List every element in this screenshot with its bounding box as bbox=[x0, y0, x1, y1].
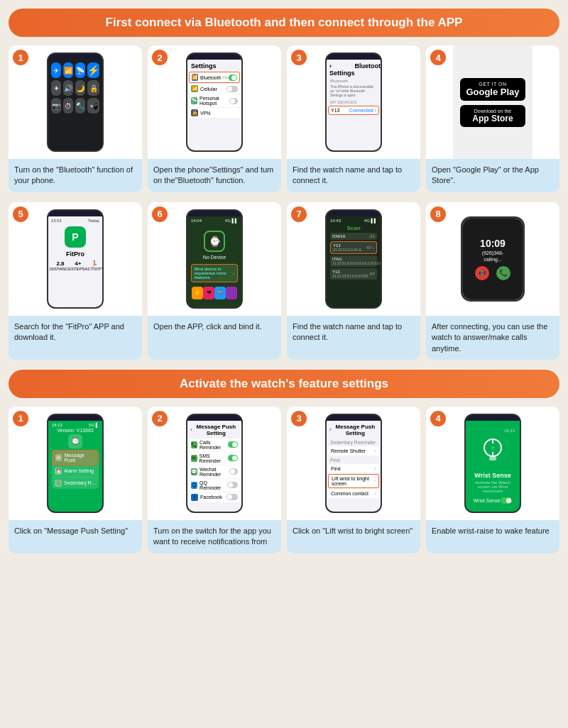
accept-call-button[interactable]: 📞 bbox=[496, 266, 510, 280]
bind-banner[interactable]: Bind device to experience more features … bbox=[191, 264, 238, 282]
sedentary-icon: 🪑 bbox=[55, 480, 62, 487]
step-1-phone: ✈ 📶 📡 ⚡ ☀ 🔊 🌙 🔒 📷 ⏱ 🔦 📲 bbox=[47, 53, 104, 152]
scan-devices-screen: 14:43 4G ▌▌ Scan IDW16 -21 Y13 21:23:51:… bbox=[327, 216, 381, 307]
brightness-icon: ☀ bbox=[51, 80, 61, 96]
sms-toggle[interactable] bbox=[228, 455, 238, 461]
step-6-image: 6 14:04 4G ▌▌ ⌚ No Device Bin bbox=[148, 202, 281, 316]
step-4-image: 4 GET IT ON Google Play Download on the … bbox=[426, 45, 559, 159]
wechat-label: Wechat Reminder bbox=[200, 467, 229, 477]
wrist-sense-toggle[interactable] bbox=[501, 497, 512, 504]
wrist-time: 18:23 bbox=[469, 428, 517, 434]
qq-row: Q QQ Reminder bbox=[189, 479, 240, 492]
svg-rect-1 bbox=[489, 456, 496, 460]
msg-push-row[interactable]: ✉ Message Push bbox=[52, 450, 99, 465]
google-play-button[interactable]: GET IT ON Google Play bbox=[460, 78, 525, 101]
bt-pairing-screen: ‹ Settings Bluetooth Bluetooth This iPho… bbox=[327, 60, 381, 150]
bluetooth-icon: ⚡ bbox=[87, 62, 99, 78]
bt-icon: 📶 bbox=[192, 74, 198, 81]
step-8-desc: After connecting, you can use the watch … bbox=[426, 316, 559, 360]
step-3-phone: ‹ Settings Bluetooth Bluetooth This iPho… bbox=[325, 53, 382, 152]
wechat-toggle[interactable] bbox=[229, 468, 238, 475]
step-8-number: 8 bbox=[430, 206, 446, 222]
bt-notice: Bluetooth bbox=[328, 78, 379, 84]
phone-notch-6 bbox=[204, 211, 225, 216]
cellular-icon: 📡 bbox=[75, 62, 85, 78]
msg-push-icon: ✉ bbox=[55, 454, 62, 461]
scan-title: Scan bbox=[328, 225, 379, 231]
act-signal: 5G ▌ bbox=[89, 423, 99, 427]
section1-header: First connect via Bluetooth and then con… bbox=[9, 9, 559, 37]
common-contact-chevron: › bbox=[374, 490, 376, 497]
wifi-icon: 📶 bbox=[63, 62, 73, 78]
act-app-icon: ⌚ bbox=[68, 434, 82, 448]
phone-notch bbox=[65, 54, 86, 60]
wechat-row: 💬 Wechat Reminder bbox=[189, 465, 240, 478]
step-5-image: 5 13:51 Today P FitPro 2.8 bbox=[9, 202, 142, 316]
lift-wrist-row[interactable]: Lift wrist to bright screen › bbox=[328, 474, 379, 488]
vpn-label: VPN bbox=[200, 111, 210, 116]
act-header: 18:22 5G ▌ bbox=[50, 422, 101, 428]
step-3-desc: Find the watch name and tap to connect i… bbox=[287, 159, 420, 192]
step-6-card: 6 14:04 4G ▌▌ ⌚ No Device Bin bbox=[148, 202, 281, 360]
find-chevron: › bbox=[374, 465, 376, 472]
activate-main-screen: 18:22 5G ▌ Version: V13663 ⌚ ✉ Message P… bbox=[48, 421, 102, 512]
fb-toggle[interactable] bbox=[226, 494, 238, 500]
fitpro-header: 13:51 Today bbox=[50, 218, 101, 224]
step-3-card: 3 ‹ Settings Bluetooth Bluetooth This iP… bbox=[287, 45, 420, 192]
stat2-value: 4+ bbox=[71, 260, 85, 267]
act-step-1-image: 1 18:22 5G ▌ Version: V13663 ⌚ bbox=[9, 407, 142, 520]
lift-title: Message Push Setting bbox=[333, 424, 378, 436]
app-store-label: App Store bbox=[472, 114, 513, 123]
bt-desc: This iPhone is discoverable as "xx"while… bbox=[328, 84, 379, 98]
act-step-4-desc: Enable wrist-raise to wake feature bbox=[426, 520, 559, 542]
act-step-3-phone: ‹ Message Push Setting Sedentary Reminde… bbox=[325, 414, 382, 513]
step-7-phone: 14:43 4G ▌▌ Scan IDW16 -21 Y13 21:23:51:… bbox=[325, 209, 382, 309]
act-step-2-desc: Turn on the switch for the app you want … bbox=[148, 520, 281, 553]
fitpro-icon: P bbox=[65, 226, 86, 248]
feature-icon-4: 💤 bbox=[226, 287, 237, 299]
fitpro-screen: 13:51 Today P FitPro 2.8 DISTANCE 4+ bbox=[48, 216, 102, 307]
download-on-label: Download on the bbox=[474, 109, 512, 114]
msg-push-title: Message Push Setting bbox=[194, 424, 239, 436]
qq-toggle[interactable] bbox=[227, 482, 238, 488]
step-1-image: 1 ✈ 📶 📡 ⚡ ☀ 🔊 🌙 🔒 📷 ⏱ bbox=[9, 45, 142, 159]
app-store-button[interactable]: Download on the App Store bbox=[460, 105, 525, 127]
fitpro-today: Today bbox=[88, 219, 99, 223]
phone-notch-a4 bbox=[482, 415, 503, 421]
wrist-desc: Activate the Watch screen via Wrist move… bbox=[469, 480, 517, 493]
step-8-card: 8 10:09 (626)348- calling... 📵 📞 After c… bbox=[426, 202, 559, 360]
version-label: Version: V13663 bbox=[50, 428, 101, 433]
step-5-card: 5 13:51 Today P FitPro 2.8 bbox=[9, 202, 142, 360]
msg-push-screen: ‹ Message Push Setting 📞 Calls Reminder … bbox=[187, 421, 241, 512]
decline-call-button[interactable]: 📵 bbox=[475, 266, 489, 280]
act-step-1-number: 1 bbox=[13, 411, 28, 426]
find-row: Find › bbox=[328, 464, 379, 473]
step-1-card: 1 ✈ 📶 📡 ⚡ ☀ 🔊 🌙 🔒 📷 ⏱ bbox=[9, 45, 142, 192]
bt-back: ‹ Settings bbox=[329, 62, 355, 77]
section2-steps: 1 18:22 5G ▌ Version: V13663 ⌚ bbox=[9, 407, 559, 553]
feature-icon-3: 🏃 bbox=[214, 287, 226, 299]
fitpro-app-name: FitPro bbox=[50, 250, 101, 258]
device-row-y13[interactable]: Y13 21:23:51:0:0:AF:E -57 › bbox=[330, 241, 377, 254]
step-2-desc: Open the phone"Settings" and tum on the"… bbox=[148, 159, 281, 192]
feature-icon-2: ❤ bbox=[203, 287, 214, 299]
act-step-4-screen: 18:23 ↑ Wri bbox=[466, 421, 520, 512]
step-5-number: 5 bbox=[13, 206, 28, 222]
remote-shutter-label: Remote Shutter bbox=[331, 448, 366, 453]
facebook-label: Facebook bbox=[200, 495, 222, 500]
call-buttons: 📵 📞 bbox=[475, 266, 510, 280]
cellular-row: 📶 Cellular bbox=[189, 84, 240, 94]
stat1-label: DISTANCE bbox=[50, 267, 71, 271]
calls-toggle[interactable] bbox=[228, 441, 238, 448]
scan-header: 14:43 4G ▌▌ bbox=[328, 218, 379, 224]
step-2-screen: Settings 📶 Bluetooth On 📶 Cellular bbox=[187, 60, 241, 150]
alarm-icon: ⏰ bbox=[55, 468, 62, 475]
settings-title: Settings bbox=[189, 61, 240, 71]
fb-icon: f bbox=[191, 494, 198, 501]
sms-row: ✉ SMS Reminder bbox=[189, 452, 240, 465]
phone-notch-a3 bbox=[343, 415, 364, 421]
dnd-icon: 🌙 bbox=[75, 80, 85, 96]
step-1-desc: Turn on the "Bluetooth" function of your… bbox=[9, 159, 142, 192]
section1-steps-bottom: 5 13:51 Today P FitPro 2.8 bbox=[9, 202, 559, 360]
remote-shutter-row: Remote Shutter › bbox=[328, 446, 379, 456]
